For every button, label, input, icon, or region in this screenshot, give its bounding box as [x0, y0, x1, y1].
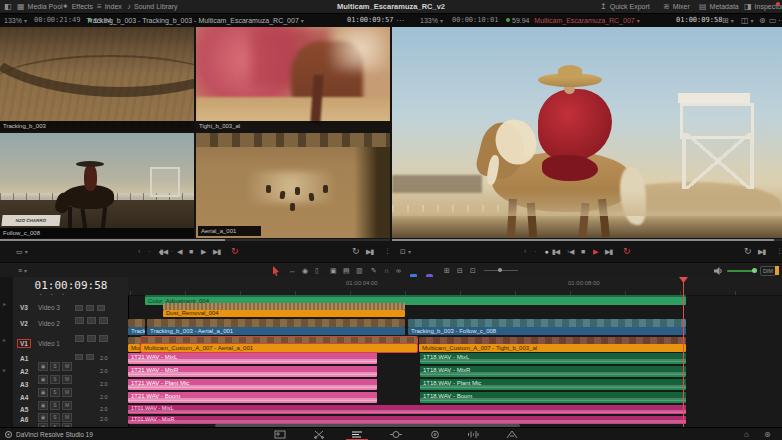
clip-a1-pink[interactable]: 1T21.WAV - MixL [128, 353, 377, 364]
insert-clip-icon[interactable]: ▣ [330, 263, 337, 278]
step-back-button[interactable]: ◀ [177, 248, 182, 255]
viewer-mode-icon[interactable]: ⊡▾ [400, 248, 411, 255]
media-pool-button[interactable]: ▦Media Pool [17, 0, 63, 13]
first-frame-button[interactable]: ▮◀ [160, 248, 167, 255]
loop-button[interactable]: ↻ [231, 247, 239, 256]
volume-slider-knob[interactable] [752, 268, 757, 273]
clip-a4-green[interactable]: 1T18.WAV - Boom [420, 392, 686, 403]
snapping-magnet-icon[interactable]: ∩ [384, 263, 389, 278]
clip-v1-follow-film[interactable] [128, 337, 140, 344]
timeline-name-select[interactable]: Multicam_Escaramuza_RC_007▾ [534, 14, 639, 28]
loop-playback-icon[interactable]: ↻ [744, 247, 752, 256]
record-scrub-bar[interactable] [392, 239, 782, 241]
clip-a3-pink[interactable]: 1T21.WAV - Plant Mic [128, 379, 377, 390]
single-view-icon[interactable]: ◫▾ [741, 14, 754, 28]
play-button[interactable]: ▶ [201, 248, 206, 255]
source-zoom-select[interactable]: 133%▾ [4, 14, 27, 28]
multicam-angle-aerial[interactable]: Aerial_a_001 [196, 133, 390, 238]
source-clip-title[interactable]: Tracking_b_003 - Tracking_b_003 - Multic… [86, 14, 304, 28]
clip-v2-aerial[interactable]: Tracking_b_003 - Aerial_a_001 [147, 327, 405, 335]
overlay-icon[interactable]: ▭ [769, 14, 777, 27]
clip-v1-follow[interactable]: Multicam_Custom_A_007 - Follow_c_008 [128, 344, 140, 352]
volume-slider[interactable] [727, 270, 755, 272]
clip-v2-aerial-film[interactable] [147, 319, 405, 327]
clip-v2-tight[interactable]: Tracking_b_003 - Tight_b_003_al [128, 327, 145, 335]
dynamic-trim-icon[interactable]: ◉ [302, 263, 308, 278]
project-manager-icon[interactable]: ⌂ [744, 431, 749, 439]
source-scrub-bar[interactable] [0, 239, 390, 241]
page-cut[interactable] [311, 428, 327, 440]
overwrite-clip-icon[interactable]: ▤ [343, 263, 350, 278]
track-v1-buttons[interactable] [75, 346, 97, 364]
last-frame-button[interactable]: ▶▮ [213, 248, 220, 255]
clip-v1-tight-film[interactable] [419, 337, 686, 344]
viewer-info-icon[interactable]: ⋮ [776, 247, 782, 254]
first-frame-button[interactable]: ▮◀ [552, 248, 559, 255]
page-color[interactable] [427, 428, 443, 440]
track-tool-icon[interactable]: ▸ [3, 337, 6, 343]
clip-v2-tight-film[interactable] [128, 319, 145, 327]
track-v3-name[interactable]: Video 3 [38, 304, 60, 311]
play-button[interactable]: ▶ [593, 248, 598, 255]
multicam-grid-icon[interactable]: ⊞▾ [722, 14, 734, 28]
track-v2-id[interactable]: V2 [20, 320, 28, 327]
effects-button[interactable]: ✦Effects [62, 0, 93, 13]
clip-a2-pink[interactable]: 1T21.WAV - MixR [128, 366, 377, 377]
selection-tool-icon[interactable] [272, 266, 280, 276]
clip-v1-aerial-film[interactable] [141, 337, 417, 344]
clip-a2-green[interactable]: 1T18.WAV - MixR [420, 366, 686, 377]
trim-mode-icon[interactable]: ↔ [289, 263, 296, 278]
more-options-icon[interactable]: ⋯ [778, 14, 782, 27]
clip-v1-aerial[interactable]: Multicam_Custom_A_007 - Aerial_a_001 [141, 344, 417, 352]
multicam-angle-tight[interactable]: Tight_b_003_al [196, 27, 390, 131]
track-a3-id[interactable]: A3 [20, 381, 28, 388]
clip-v2-follow-film[interactable] [408, 319, 686, 327]
track-v3-id[interactable]: V3 [20, 304, 28, 311]
track-v3-buttons[interactable] [75, 310, 111, 328]
blade-tool-icon[interactable]: ▯ [315, 263, 319, 278]
clip-dust-removal[interactable]: Dust_Removal_004 [163, 310, 405, 317]
multicam-angle-follow[interactable]: NZO CHARRO Follow_c_008 [0, 133, 194, 238]
pen-tool-icon[interactable]: ✎ [371, 263, 377, 278]
track-v1-name[interactable]: Video 1 [38, 340, 60, 347]
clip-a3-green[interactable]: 1T18.WAV - Plant Mic [420, 379, 686, 390]
page-edit[interactable] [349, 428, 365, 440]
panel-toggle-icon[interactable]: ◧ [4, 0, 12, 13]
viewer-mode-icon[interactable]: ▭▾ [16, 248, 28, 255]
playhead[interactable] [683, 277, 684, 427]
mixer-button[interactable]: ≋Mixer [663, 0, 690, 13]
settings-gear-icon[interactable]: ⊛ [764, 431, 771, 439]
jog-control[interactable]: ‹ · ● · › [524, 248, 572, 255]
color-wheels-icon[interactable]: ⊛ [759, 14, 766, 27]
track-tool-icon[interactable]: ▸ [3, 367, 6, 373]
multicam-angle-tracking[interactable]: Tracking_b_003 [0, 27, 194, 131]
clip-a6-pink[interactable]: 1T01.WAV - MixR [128, 416, 686, 424]
clip-a5-pink[interactable]: 1T01.WAV - MixL [128, 405, 686, 414]
track-a4-id[interactable]: A4 [20, 394, 28, 401]
page-fusion[interactable] [388, 428, 404, 440]
record-viewer[interactable] [392, 27, 782, 238]
track-v2-buttons[interactable] [75, 328, 111, 346]
match-frame-icon[interactable]: ▶▮ [366, 248, 373, 255]
zoom-out-icon[interactable]: ⊟ [457, 263, 463, 278]
timeline-display-options[interactable]: ▪ ▪ ▪ [40, 291, 68, 297]
match-frame-icon[interactable]: ▶▮ [758, 248, 765, 255]
speaker-icon[interactable] [714, 267, 723, 275]
page-media[interactable] [272, 428, 288, 440]
step-back-button[interactable]: ◀ [569, 248, 574, 255]
track-a1-id[interactable]: A1 [20, 355, 28, 362]
track-a2-id[interactable]: A2 [20, 368, 28, 375]
audio-meter-icon[interactable] [775, 266, 779, 275]
clip-a4-pink[interactable]: 1T21.WAV - Boom [128, 392, 377, 403]
last-frame-button[interactable]: ▶▮ [605, 248, 612, 255]
page-fairlight[interactable] [465, 428, 481, 440]
link-clips-icon[interactable]: ∞ [396, 263, 401, 278]
clip-dust-removal-video[interactable] [163, 303, 405, 310]
track-v2-name[interactable]: Video 2 [38, 320, 60, 327]
zoom-fit-icon[interactable]: ⊞ [444, 263, 450, 278]
track-v1-id[interactable]: V1 [17, 339, 31, 348]
zoom-in-icon[interactable]: ⊡ [470, 263, 476, 278]
track-a5-id[interactable]: A5 [20, 406, 28, 413]
quick-export-button[interactable]: ↥Quick Export [600, 0, 650, 13]
loop-button[interactable]: ↻ [623, 247, 631, 256]
